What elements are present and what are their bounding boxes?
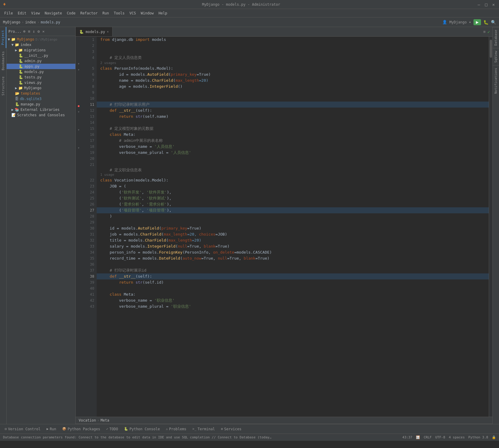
- code-line-39: return str(self.id): [97, 279, 489, 285]
- project-selector[interactable]: MyDjango ▾: [449, 20, 471, 24]
- code-line-usages1: 2 usages: [97, 61, 489, 66]
- menu-vcs[interactable]: VCS: [128, 10, 138, 16]
- code-line-15: # 定义模型对象的元数据: [97, 126, 489, 132]
- menu-refactor[interactable]: Refactor: [78, 10, 99, 16]
- line-ending[interactable]: CRLF: [424, 435, 432, 439]
- tree-item-db[interactable]: 🗄 db.sqlite3: [7, 96, 75, 102]
- bottom-toolbar: ⊡ Version Control ▶ Run 📦 Python Package…: [0, 424, 499, 434]
- menu-bar: File Edit View Navigate Code Refactor Ru…: [0, 9, 499, 17]
- nav-project[interactable]: MyDjango: [3, 20, 20, 24]
- tab-bookmarks[interactable]: Bookmarks: [0, 48, 6, 73]
- packages-icon: 📦: [62, 427, 66, 431]
- debug-icon[interactable]: 🐛: [483, 20, 488, 25]
- window-title: MyDjango - models.py - Administrator: [202, 2, 280, 7]
- tab-action-recent[interactable]: ≡: [483, 29, 486, 34]
- code-line-35: record_time = models.DateField(auto_now=…: [97, 255, 489, 261]
- tab-project[interactable]: Project: [0, 27, 6, 48]
- tab-run[interactable]: ▶ Run: [44, 426, 59, 432]
- title-bar: ♦ MyDjango - models.py - Administrator —…: [0, 0, 499, 9]
- tab-services[interactable]: ⚙ Services: [219, 426, 244, 432]
- tab-structure[interactable]: Structure: [0, 73, 6, 99]
- tree-item-apps[interactable]: 🐍 apps.py: [7, 64, 75, 69]
- tab-todo[interactable]: ✓ TODO: [104, 426, 121, 432]
- tree-item-views[interactable]: 🐍 views.py: [7, 80, 75, 85]
- code-line-29: [97, 219, 489, 225]
- indent[interactable]: 4 spaces: [449, 435, 465, 439]
- editor-tab-models[interactable]: 🐍 models.py ×: [76, 27, 113, 36]
- tab-version-control[interactable]: ⊡ Version Control: [2, 426, 43, 432]
- tree-item-models[interactable]: 🐍 models.py: [7, 69, 75, 75]
- tree-item-init[interactable]: 🐍 __init__.py: [7, 53, 75, 58]
- windows-icon: 🪟: [416, 435, 420, 439]
- menu-run[interactable]: Run: [101, 10, 111, 16]
- sidebar-title: Pro...: [8, 29, 21, 34]
- menu-file[interactable]: File: [2, 10, 15, 16]
- window-controls[interactable]: — □ ✕: [476, 2, 496, 7]
- collapse-btn[interactable]: ≡: [27, 29, 31, 34]
- tree-item-index[interactable]: ▼ 📁 index: [7, 42, 75, 47]
- code-line-16: class Meta:: [97, 132, 489, 138]
- panel-sqview[interactable]: SqView: [493, 48, 499, 65]
- breadcrumb-meta[interactable]: Meta: [101, 418, 109, 422]
- tab-python-packages[interactable]: 📦 Python Packages: [60, 426, 102, 432]
- code-line-43: verbose_name_plural = '职业信息': [97, 303, 489, 309]
- hide-btn[interactable]: ×: [42, 29, 45, 34]
- code-line-22: class Vocation(models.Model):: [97, 177, 489, 183]
- menu-navigate[interactable]: Navigate: [43, 10, 64, 16]
- maximize-btn[interactable]: □: [484, 2, 488, 7]
- run-button[interactable]: ▶: [473, 19, 481, 25]
- nav-file[interactable]: models.py: [41, 20, 60, 24]
- tree-item-manage[interactable]: 🐍 manage.py: [7, 102, 75, 107]
- minimize-btn[interactable]: —: [476, 2, 481, 7]
- sort-btn[interactable]: ↕: [32, 29, 36, 34]
- locate-btn[interactable]: ⊕: [23, 29, 26, 34]
- tab-filename: models.py: [86, 30, 105, 34]
- code-line-10: [97, 96, 489, 102]
- menu-view[interactable]: View: [29, 10, 42, 16]
- code-line-4: # 定义人员信息类: [97, 55, 489, 61]
- close-btn[interactable]: ✕: [491, 2, 496, 7]
- tab-python-console[interactable]: 🐍 Python Console: [122, 426, 162, 432]
- menu-help[interactable]: Help: [157, 10, 169, 16]
- language[interactable]: Python 3.8: [468, 435, 488, 439]
- menu-tools[interactable]: Tools: [112, 10, 126, 16]
- version-control-icon: ⊡: [5, 427, 7, 431]
- panel-notifications[interactable]: Notifications: [493, 65, 499, 96]
- tab-problems[interactable]: ⚠ Problems: [163, 426, 189, 432]
- tree-item-templates[interactable]: 📂 templates: [7, 91, 75, 96]
- panel-database[interactable]: Database: [493, 27, 499, 48]
- settings-icon[interactable]: ⚙: [37, 29, 41, 34]
- code-content[interactable]: from django.db import models # 定义人员信息类 2…: [97, 37, 489, 417]
- tab-terminal[interactable]: >_ Terminal: [190, 426, 217, 432]
- code-line-28: ): [97, 213, 489, 219]
- search-icon[interactable]: 🔍: [491, 20, 496, 25]
- todo-icon: ✓: [106, 427, 108, 431]
- code-line-2: [97, 43, 489, 49]
- tree-item-tests[interactable]: 🐍 tests.py: [7, 75, 75, 80]
- code-line-34: person_info = models.ForeignKey(PersonIn…: [97, 249, 489, 255]
- tree-item-external[interactable]: ▶ 📚 External Libraries: [7, 107, 75, 112]
- breadcrumb-vocation[interactable]: Vocation: [79, 418, 96, 422]
- scrollbar-thumb[interactable]: [490, 40, 492, 58]
- scrollbar-vertical[interactable]: [489, 37, 492, 417]
- code-line-33: salary = models.IntegerField(null=True, …: [97, 243, 489, 249]
- tree-item-migrations[interactable]: ▶ 📁 migrations: [7, 47, 75, 53]
- charset[interactable]: UTF-8: [435, 435, 445, 439]
- tree-item-admin[interactable]: 🐍 admin.py: [7, 58, 75, 64]
- code-line-42: verbose_name = '职业信息': [97, 297, 489, 303]
- tree-item-mydjango[interactable]: ▼ 📁 MyDjango D:\MyDjango: [7, 37, 75, 42]
- menu-window[interactable]: Window: [139, 10, 156, 16]
- code-line-18: verbose_name = '人员信息': [97, 144, 489, 150]
- tree-item-scratches[interactable]: 📝 Scratches and Consoles: [7, 112, 75, 118]
- menu-code[interactable]: Code: [65, 10, 77, 16]
- tree-item-mydjango-inner[interactable]: ▶ 📁 MyDjango: [7, 85, 75, 91]
- gutter: ▼ ▼ ● ▼ ▼ ▼: [76, 37, 82, 417]
- menu-edit[interactable]: Edit: [16, 10, 28, 16]
- code-editor: ▼ ▼ ● ▼ ▼ ▼ 1 2: [76, 37, 492, 417]
- code-line-6: id = models.AutoField(primary_key=True): [97, 72, 489, 78]
- nav-index[interactable]: index: [25, 20, 36, 24]
- cursor-position[interactable]: 43:37: [402, 435, 412, 439]
- sidebar-toolbar: Pro... ⊕ ≡ ↕ ⚙ ×: [7, 27, 75, 36]
- tab-close-btn[interactable]: ×: [107, 30, 109, 33]
- tab-bar: 🐍 models.py × ≡ ✓: [76, 27, 492, 37]
